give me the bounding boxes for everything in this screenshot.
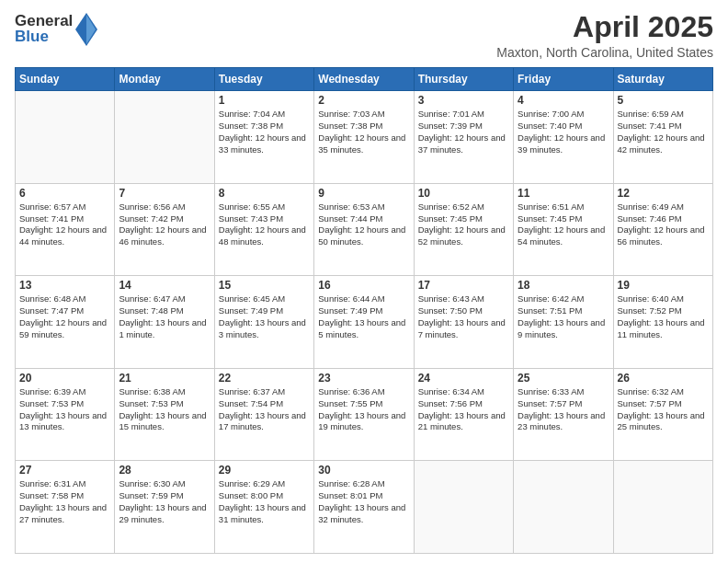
calendar-cell <box>115 91 214 184</box>
calendar-cell: 10Sunrise: 6:52 AM Sunset: 7:45 PM Dayli… <box>414 183 513 276</box>
logo: General Blue <box>15 11 97 46</box>
day-info: Sunrise: 6:45 AM Sunset: 7:49 PM Dayligh… <box>219 293 310 340</box>
calendar-cell: 4Sunrise: 7:00 AM Sunset: 7:40 PM Daylig… <box>514 91 613 184</box>
calendar-cell: 14Sunrise: 6:47 AM Sunset: 7:48 PM Dayli… <box>115 276 214 369</box>
calendar-cell: 12Sunrise: 6:49 AM Sunset: 7:46 PM Dayli… <box>613 183 712 276</box>
calendar-cell: 23Sunrise: 6:36 AM Sunset: 7:55 PM Dayli… <box>314 368 414 461</box>
logo-icon <box>75 13 97 46</box>
day-info: Sunrise: 6:59 AM Sunset: 7:41 PM Dayligh… <box>618 109 709 155</box>
calendar-header-sunday: Sunday <box>16 68 115 91</box>
day-number: 23 <box>318 372 409 385</box>
calendar-cell: 22Sunrise: 6:37 AM Sunset: 7:54 PM Dayli… <box>214 368 313 461</box>
calendar-header-row: SundayMondayTuesdayWednesdayThursdayFrid… <box>16 68 713 91</box>
day-info: Sunrise: 7:00 AM Sunset: 7:40 PM Dayligh… <box>518 109 609 155</box>
calendar-header-monday: Monday <box>115 68 214 91</box>
day-number: 8 <box>219 187 310 200</box>
calendar-week-2: 6Sunrise: 6:57 AM Sunset: 7:41 PM Daylig… <box>16 183 713 276</box>
calendar-cell: 8Sunrise: 6:55 AM Sunset: 7:43 PM Daylig… <box>214 183 313 276</box>
day-number: 15 <box>219 279 310 292</box>
day-info: Sunrise: 6:39 AM Sunset: 7:53 PM Dayligh… <box>19 386 110 433</box>
day-info: Sunrise: 6:31 AM Sunset: 7:58 PM Dayligh… <box>19 478 110 525</box>
calendar-cell: 21Sunrise: 6:38 AM Sunset: 7:53 PM Dayli… <box>115 368 214 461</box>
day-number: 27 <box>19 464 110 477</box>
calendar-cell <box>514 461 613 554</box>
calendar-cell <box>414 461 513 554</box>
day-number: 12 <box>618 187 709 200</box>
day-info: Sunrise: 6:42 AM Sunset: 7:51 PM Dayligh… <box>518 293 609 340</box>
calendar-cell: 19Sunrise: 6:40 AM Sunset: 7:52 PM Dayli… <box>613 276 712 369</box>
day-info: Sunrise: 6:40 AM Sunset: 7:52 PM Dayligh… <box>618 293 709 340</box>
calendar-cell: 20Sunrise: 6:39 AM Sunset: 7:53 PM Dayli… <box>16 368 115 461</box>
day-info: Sunrise: 6:47 AM Sunset: 7:48 PM Dayligh… <box>119 293 210 340</box>
day-number: 1 <box>219 94 310 107</box>
calendar-header-thursday: Thursday <box>414 68 513 91</box>
calendar-cell: 24Sunrise: 6:34 AM Sunset: 7:56 PM Dayli… <box>414 368 513 461</box>
calendar-header-tuesday: Tuesday <box>214 68 313 91</box>
day-info: Sunrise: 6:53 AM Sunset: 7:44 PM Dayligh… <box>318 201 409 248</box>
day-number: 18 <box>518 279 609 292</box>
day-info: Sunrise: 6:38 AM Sunset: 7:53 PM Dayligh… <box>119 386 210 433</box>
calendar-cell: 5Sunrise: 6:59 AM Sunset: 7:41 PM Daylig… <box>613 91 712 184</box>
day-number: 30 <box>318 464 409 477</box>
day-number: 17 <box>418 279 509 292</box>
logo-general: General <box>15 13 73 29</box>
day-number: 25 <box>518 372 609 385</box>
day-number: 20 <box>19 372 110 385</box>
calendar-header-saturday: Saturday <box>613 68 712 91</box>
calendar-cell: 2Sunrise: 7:03 AM Sunset: 7:38 PM Daylig… <box>314 91 414 184</box>
day-number: 3 <box>418 94 509 107</box>
day-number: 22 <box>219 372 310 385</box>
day-info: Sunrise: 6:52 AM Sunset: 7:45 PM Dayligh… <box>418 201 509 248</box>
calendar-cell: 15Sunrise: 6:45 AM Sunset: 7:49 PM Dayli… <box>214 276 313 369</box>
calendar-header-friday: Friday <box>514 68 613 91</box>
day-info: Sunrise: 6:28 AM Sunset: 8:01 PM Dayligh… <box>318 478 409 525</box>
calendar-cell: 30Sunrise: 6:28 AM Sunset: 8:01 PM Dayli… <box>314 461 414 554</box>
calendar-cell <box>613 461 712 554</box>
day-number: 5 <box>618 94 709 107</box>
calendar-cell: 18Sunrise: 6:42 AM Sunset: 7:51 PM Dayli… <box>514 276 613 369</box>
calendar-cell: 25Sunrise: 6:33 AM Sunset: 7:57 PM Dayli… <box>514 368 613 461</box>
day-number: 6 <box>19 187 110 200</box>
day-number: 10 <box>418 187 509 200</box>
day-number: 29 <box>219 464 310 477</box>
calendar-subtitle: Maxton, North Carolina, United States <box>496 45 713 60</box>
day-number: 13 <box>19 279 110 292</box>
day-number: 2 <box>318 94 409 107</box>
day-info: Sunrise: 6:57 AM Sunset: 7:41 PM Dayligh… <box>19 201 110 248</box>
calendar-cell: 28Sunrise: 6:30 AM Sunset: 7:59 PM Dayli… <box>115 461 214 554</box>
calendar-week-4: 20Sunrise: 6:39 AM Sunset: 7:53 PM Dayli… <box>16 368 713 461</box>
day-number: 16 <box>318 279 409 292</box>
day-number: 9 <box>318 187 409 200</box>
calendar-cell: 11Sunrise: 6:51 AM Sunset: 7:45 PM Dayli… <box>514 183 613 276</box>
calendar-header-wednesday: Wednesday <box>314 68 414 91</box>
header: General Blue April 2025 Maxton, North Ca… <box>15 11 713 60</box>
day-info: Sunrise: 6:36 AM Sunset: 7:55 PM Dayligh… <box>318 386 409 433</box>
day-number: 26 <box>618 372 709 385</box>
svg-marker-1 <box>86 15 96 44</box>
day-info: Sunrise: 6:48 AM Sunset: 7:47 PM Dayligh… <box>19 293 110 340</box>
title-area: April 2025 Maxton, North Carolina, Unite… <box>496 11 713 60</box>
day-info: Sunrise: 6:43 AM Sunset: 7:50 PM Dayligh… <box>418 293 509 340</box>
calendar-cell: 26Sunrise: 6:32 AM Sunset: 7:57 PM Dayli… <box>613 368 712 461</box>
logo-blue: Blue <box>15 29 73 44</box>
calendar-cell: 6Sunrise: 6:57 AM Sunset: 7:41 PM Daylig… <box>16 183 115 276</box>
calendar-cell: 16Sunrise: 6:44 AM Sunset: 7:49 PM Dayli… <box>314 276 414 369</box>
calendar-title: April 2025 <box>496 11 713 43</box>
calendar-cell: 13Sunrise: 6:48 AM Sunset: 7:47 PM Dayli… <box>16 276 115 369</box>
calendar-cell: 17Sunrise: 6:43 AM Sunset: 7:50 PM Dayli… <box>414 276 513 369</box>
day-info: Sunrise: 6:33 AM Sunset: 7:57 PM Dayligh… <box>518 386 609 433</box>
day-number: 21 <box>119 372 210 385</box>
calendar-cell: 9Sunrise: 6:53 AM Sunset: 7:44 PM Daylig… <box>314 183 414 276</box>
day-info: Sunrise: 6:49 AM Sunset: 7:46 PM Dayligh… <box>618 201 709 248</box>
day-info: Sunrise: 6:56 AM Sunset: 7:42 PM Dayligh… <box>119 201 210 248</box>
day-info: Sunrise: 6:29 AM Sunset: 8:00 PM Dayligh… <box>219 478 310 525</box>
day-info: Sunrise: 7:03 AM Sunset: 7:38 PM Dayligh… <box>318 109 409 155</box>
day-info: Sunrise: 6:34 AM Sunset: 7:56 PM Dayligh… <box>418 386 509 433</box>
day-number: 19 <box>618 279 709 292</box>
calendar-cell: 7Sunrise: 6:56 AM Sunset: 7:42 PM Daylig… <box>115 183 214 276</box>
calendar-week-1: 1Sunrise: 7:04 AM Sunset: 7:38 PM Daylig… <box>16 91 713 184</box>
day-number: 28 <box>119 464 210 477</box>
calendar-table: SundayMondayTuesdayWednesdayThursdayFrid… <box>15 67 713 554</box>
calendar-cell: 27Sunrise: 6:31 AM Sunset: 7:58 PM Dayli… <box>16 461 115 554</box>
day-info: Sunrise: 6:32 AM Sunset: 7:57 PM Dayligh… <box>618 386 709 433</box>
